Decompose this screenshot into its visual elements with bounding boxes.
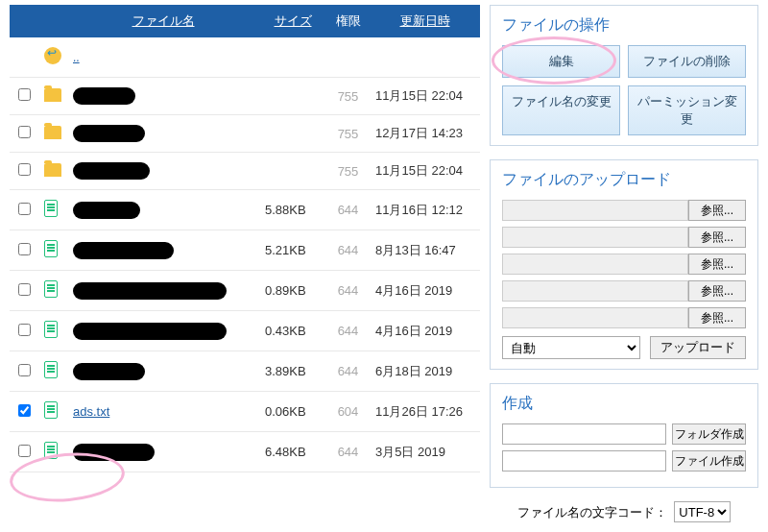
file-icon	[44, 442, 58, 459]
edit-button[interactable]: 編集	[502, 45, 620, 78]
cell-size: 6.48KB	[259, 432, 326, 472]
upload-field	[502, 280, 688, 302]
file-icon	[44, 321, 58, 338]
ops-title: ファイルの操作	[502, 15, 746, 36]
table-row: 3.89KB6446月18日 2019	[10, 351, 480, 392]
delete-button[interactable]: ファイルの削除	[628, 45, 746, 78]
cell-perm: 604	[326, 392, 370, 432]
chmod-button[interactable]: パーミッション変更	[628, 85, 746, 135]
create-folder-button[interactable]: フォルダ作成	[672, 423, 746, 445]
upload-panel: ファイルのアップロード 参照...参照...参照...参照...参照... 自動…	[490, 159, 758, 370]
cell-date: 4月16日 2019	[370, 311, 480, 351]
table-row: 0.43KB6444月16日 2019	[10, 311, 480, 351]
redacted-name	[73, 282, 227, 300]
upload-button[interactable]: アップロード	[650, 336, 746, 359]
cell-size	[259, 78, 326, 115]
table-row: ads.txt0.06KB60411月26日 17:26	[10, 392, 480, 432]
row-checkbox[interactable]	[18, 203, 31, 215]
create-file-button[interactable]: ファイル作成	[672, 450, 746, 472]
cell-date: 11月15日 22:04	[370, 78, 480, 115]
cell-perm: 644	[326, 311, 370, 351]
cell-date: 4月16日 2019	[370, 271, 480, 311]
file-icon	[44, 361, 58, 378]
row-checkbox[interactable]	[18, 364, 31, 376]
table-row: 75512月17日 14:23	[10, 115, 480, 153]
cell-size: 5.88KB	[259, 190, 326, 230]
cell-date: 8月13日 16:47	[370, 230, 480, 271]
file-link[interactable]: ads.txt	[73, 404, 109, 419]
row-checkbox[interactable]	[18, 243, 31, 255]
cell-size: 5.21KB	[259, 230, 326, 271]
upload-field	[502, 254, 688, 275]
col-perm: 権限	[326, 5, 370, 37]
upload-field	[502, 227, 688, 248]
browse-button[interactable]: 参照...	[688, 280, 746, 302]
upload-field	[502, 307, 688, 328]
folder-icon	[44, 163, 61, 177]
file-icon	[44, 401, 58, 419]
row-checkbox[interactable]	[18, 445, 31, 457]
folder-name-input[interactable]	[502, 423, 666, 445]
cell-size	[259, 115, 326, 153]
folder-icon	[44, 88, 61, 102]
cell-size: 0.89KB	[259, 271, 326, 311]
row-checkbox[interactable]	[18, 324, 31, 336]
table-row: 0.89KB6444月16日 2019	[10, 271, 480, 311]
upload-field	[502, 200, 688, 221]
table-row: 5.21KB6448月13日 16:47	[10, 230, 480, 271]
up-icon	[44, 47, 61, 64]
ops-panel: ファイルの操作 編集 ファイルの削除 ファイル名の変更 パーミッション変更	[490, 5, 758, 146]
cell-size: 3.89KB	[259, 351, 326, 392]
table-row: 75511月15日 22:04	[10, 78, 480, 115]
redacted-name	[73, 202, 140, 219]
redacted-name	[73, 87, 135, 105]
redacted-name	[73, 363, 145, 380]
charset-select[interactable]: UTF-8	[674, 501, 731, 522]
cell-date: 11月15日 22:04	[370, 153, 480, 190]
cell-perm: 644	[326, 432, 370, 472]
charset-label: ファイル名の文字コード：	[517, 505, 667, 520]
cell-perm: 644	[326, 230, 370, 271]
cell-date: 3月5日 2019	[370, 432, 480, 472]
create-panel: 作成 フォルダ作成 ファイル作成	[490, 383, 758, 488]
col-filename[interactable]: ファイル名	[67, 5, 259, 37]
parent-row: ..	[10, 37, 480, 78]
cell-perm: 755	[326, 78, 370, 115]
rename-button[interactable]: ファイル名の変更	[502, 85, 620, 135]
cell-size: 0.06KB	[259, 392, 326, 432]
cell-size: 0.43KB	[259, 311, 326, 351]
cell-date: 11月16日 12:12	[370, 190, 480, 230]
browse-button[interactable]: 参照...	[688, 227, 746, 248]
row-checkbox[interactable]	[18, 126, 31, 138]
charset-row: ファイル名の文字コード： UTF-8	[490, 501, 758, 522]
encoding-select[interactable]: 自動	[502, 336, 640, 359]
file-icon	[44, 280, 58, 298]
cell-perm: 755	[326, 115, 370, 153]
redacted-name	[73, 242, 174, 259]
row-checkbox[interactable]	[18, 163, 31, 176]
cell-perm: 644	[326, 271, 370, 311]
table-row: 75511月15日 22:04	[10, 153, 480, 190]
file-icon	[44, 240, 58, 257]
col-date[interactable]: 更新日時	[370, 5, 480, 37]
cell-size	[259, 153, 326, 190]
row-checkbox[interactable]	[18, 404, 31, 417]
browse-button[interactable]: 参照...	[688, 200, 746, 221]
file-table: ファイル名 サイズ 権限 更新日時 .. 75511月15日 22:047551…	[10, 5, 480, 472]
row-checkbox[interactable]	[18, 283, 31, 296]
up-link[interactable]: ..	[73, 51, 80, 64]
table-row: 6.48KB6443月5日 2019	[10, 432, 480, 472]
browse-button[interactable]: 参照...	[688, 307, 746, 328]
cell-date: 6月18日 2019	[370, 351, 480, 392]
file-icon	[44, 200, 58, 217]
redacted-name	[73, 125, 145, 142]
cell-date: 12月17日 14:23	[370, 115, 480, 153]
col-size[interactable]: サイズ	[259, 5, 326, 37]
row-checkbox[interactable]	[18, 88, 31, 101]
file-name-input[interactable]	[502, 450, 666, 472]
create-title: 作成	[502, 394, 746, 414]
redacted-name	[73, 323, 227, 340]
redacted-name	[73, 162, 150, 180]
browse-button[interactable]: 参照...	[688, 254, 746, 275]
cell-perm: 755	[326, 153, 370, 190]
